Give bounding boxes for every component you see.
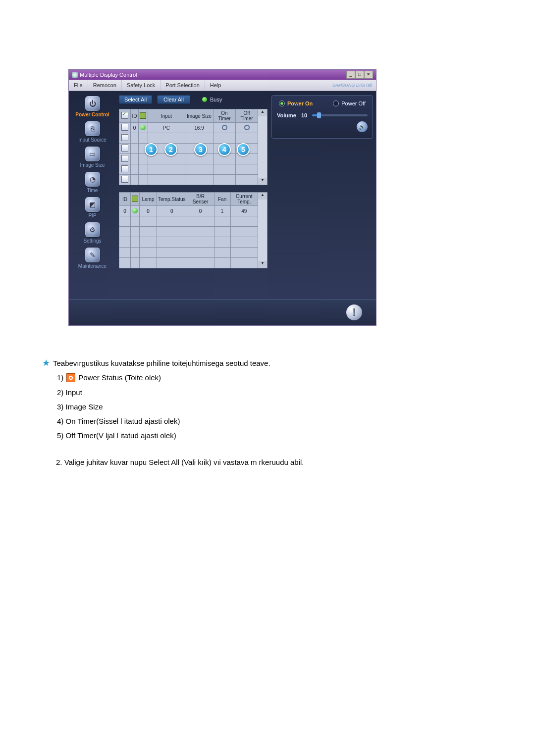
status-table: ID Lamp Temp.Status B/R Senser Fan Curre… (119, 192, 268, 268)
sidebar-item-pip[interactable]: ◩ PIP (75, 197, 110, 218)
app-body: ⏻ Power Control ⎘ Input Source ▭ Image S… (69, 91, 376, 299)
power-control-panel: Power On Power Off Volume 10 (271, 95, 373, 139)
sidebar-item-time[interactable]: ◔ Time (75, 172, 110, 193)
menu-remocon[interactable]: Remocon (88, 80, 122, 91)
cell-lamp: 0 (140, 206, 157, 216)
table-row[interactable] (119, 175, 268, 185)
sidebar-item-maintenance[interactable]: ✎ Maintenance (75, 248, 110, 269)
col2-id: ID (119, 193, 131, 206)
sidebar-item-image-size[interactable]: ▭ Image Size (75, 147, 110, 168)
info-icon: ! (352, 306, 356, 319)
sidebar-item-input-source[interactable]: ⎘ Input Source (75, 121, 110, 143)
radio-icon (279, 101, 285, 106)
col-status (138, 109, 148, 123)
legend-num: 1) (57, 372, 63, 383)
legend-item-3: 3) Image Size (57, 401, 419, 412)
app-window: Multiple Display Control _ □ ✕ File Remo… (68, 69, 376, 326)
menu-help[interactable]: Help (205, 80, 226, 91)
speaker-button[interactable]: 🔊 (357, 121, 368, 132)
window-controls: _ □ ✕ (346, 71, 373, 79)
status-on-icon (140, 125, 146, 130)
busy-indicator: Busy (202, 97, 222, 102)
table-row[interactable] (119, 133, 268, 144)
col2-lamp: Lamp (140, 193, 157, 206)
menu-port-selection[interactable]: Port Selection (160, 80, 205, 91)
radio-icon (333, 101, 339, 106)
image-size-icon: ▭ (85, 147, 100, 161)
sidebar-item-label: Image Size (80, 162, 105, 168)
sidebar-item-label: Maintenance (78, 263, 107, 269)
minimize-button[interactable]: _ (346, 71, 355, 79)
legend-item-4: 4) On Timer(Sissel l itatud ajasti olek) (57, 415, 419, 427)
volume-value: 10 (301, 112, 307, 118)
volume-control: Volume 10 (277, 112, 368, 118)
sidebar-item-power-control[interactable]: ⏻ Power Control (75, 96, 110, 117)
volume-thumb[interactable] (317, 112, 321, 118)
legend-text: Power Status (Toite olek) (78, 372, 161, 383)
row-checkbox[interactable] (121, 145, 128, 151)
off-timer-icon (244, 125, 250, 130)
scrollbar[interactable]: ▲▼ (258, 193, 268, 268)
table-row[interactable] (119, 237, 268, 248)
cell-image-size: 16:9 (185, 123, 214, 133)
row-checkbox[interactable] (121, 165, 128, 172)
table-row[interactable]: 0 PC 16:9 (119, 123, 268, 133)
callout-3: 3 (194, 143, 207, 156)
row-checkbox[interactable] (121, 134, 128, 141)
main-panel: Select All Clear All Busy ID (116, 91, 376, 299)
volume-label: Volume (277, 112, 296, 118)
on-timer-icon (222, 125, 227, 130)
col2-temp-status: Temp.Status (157, 193, 187, 206)
legend-item-2: 2) Input (57, 387, 419, 398)
power-off-radio[interactable]: Power Off (333, 101, 366, 106)
col2-current-temp: Current Temp. (230, 193, 258, 206)
volume-slider[interactable] (312, 114, 368, 116)
col-image-size: Image Size (185, 109, 214, 123)
row-checkbox[interactable] (121, 124, 128, 131)
sidebar-item-settings[interactable]: ⚙ Settings (75, 222, 110, 244)
col-input: Input (148, 109, 185, 123)
table-row[interactable] (119, 164, 268, 175)
table-header-row: ID Lamp Temp.Status B/R Senser Fan Curre… (119, 193, 268, 206)
time-icon: ◔ (85, 172, 100, 187)
checkbox-icon (121, 112, 128, 119)
power-on-label: Power On (287, 101, 313, 106)
scrollbar[interactable]: ▲▼ (258, 109, 268, 185)
table-row[interactable] (119, 227, 268, 237)
select-all-button[interactable]: Select All (119, 95, 152, 104)
close-button[interactable]: ✕ (364, 71, 373, 79)
table-row[interactable]: 0 0 0 0 1 49 (119, 206, 268, 216)
callout-5: 5 (237, 143, 250, 156)
doc-intro: Teabevırgustikus kuvatakse pıhiline toit… (53, 357, 270, 369)
doc-text: ★ Teabevırgustikus kuvatakse pıhiline to… (42, 357, 419, 468)
menu-file[interactable]: File (69, 80, 88, 91)
table-row[interactable] (119, 248, 268, 258)
app-icon (72, 72, 78, 78)
menu-safety-lock[interactable]: Safety Lock (122, 80, 160, 91)
sidebar: ⏻ Power Control ⎘ Input Source ▭ Image S… (69, 91, 116, 299)
info-button[interactable]: ! (346, 304, 362, 320)
maximize-button[interactable]: □ (355, 71, 364, 79)
cell-br: 0 (187, 206, 214, 216)
sidebar-item-label: Power Control (75, 112, 109, 117)
cell-id: 0 (119, 206, 131, 216)
input-icon: ⎘ (85, 121, 100, 136)
sidebar-item-label: PIP (88, 213, 96, 218)
status-header-icon (140, 112, 146, 119)
cell-input: PC (148, 123, 185, 133)
status-on-icon (132, 208, 138, 213)
row-checkbox[interactable] (121, 176, 128, 183)
callout-2: 2 (164, 143, 177, 156)
cell-temp: 0 (157, 206, 187, 216)
pip-icon: ◩ (85, 197, 100, 212)
clear-all-button[interactable]: Clear All (157, 95, 190, 104)
row-checkbox[interactable] (121, 155, 128, 162)
table-row[interactable] (119, 258, 268, 268)
maintenance-icon: ✎ (85, 248, 100, 262)
power-on-radio[interactable]: Power On (279, 101, 313, 106)
status-header-icon (132, 196, 138, 202)
callout-1: 1 (145, 143, 158, 156)
table-row[interactable] (119, 216, 268, 227)
col-on-timer: On Timer (214, 109, 236, 123)
doc-paragraph-2: 2. Valige juhitav kuvar nupu Select All … (56, 456, 419, 468)
